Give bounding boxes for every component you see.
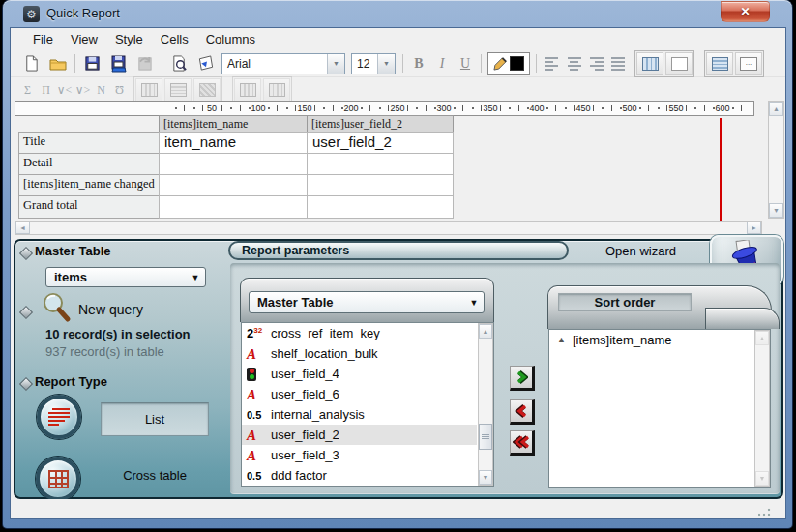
list-type-selected-box[interactable]: List [101,402,209,436]
screenshot-root: ⚙ Quick Report ✕ FileViewStyleCellsColum… [0,0,796,532]
grid-cell[interactable]: item_name [160,133,308,154]
sort-field-name: [items]item_name [573,333,672,347]
remove-column-button[interactable] [510,399,535,425]
field-type-alpha-icon: A [247,450,271,461]
remove-all-columns-button[interactable] [510,430,535,456]
quick-report-window: ⚙ Quick Report ✕ FileViewStyleCellsColum… [3,0,792,528]
grid-row-label[interactable]: Detail [19,154,160,175]
field-name: cross_ref_item_key [271,326,380,340]
field-name: ddd factor [271,468,327,483]
field-type-alpha-icon: A [247,389,271,400]
chevron-down-icon: ▼ [464,298,484,308]
title-bar[interactable]: ⚙ Quick Report ✕ [3,0,792,28]
selection-count: 10 record(s) in selection [45,327,191,341]
real-icon: 0.5 [247,409,261,421]
report-type-label: Report Type [35,374,107,389]
field-type-boolean-icon [247,368,271,381]
scroll-down-button[interactable]: ▼ [479,470,492,485]
scroll-left-button[interactable]: ◄ [15,222,30,234]
report-parameters-header: Report parameters [228,241,569,260]
cross-table-label[interactable]: Cross table [101,468,209,483]
alpha-icon: A [247,348,256,360]
add-column-button[interactable] [510,366,535,391]
sort-order-label-box: Sort order [558,293,692,311]
grid-cell[interactable] [160,175,308,196]
status-strip [11,499,785,518]
magnifier-icon[interactable] [41,291,72,324]
cross-table-icon [48,470,69,488]
field-row[interactable]: 0.5internal_analysis [242,404,477,425]
page-margin-line[interactable] [720,118,722,227]
sort-listbox: ▲[items]item_name ▲ ▼ [548,329,771,488]
list-report-button[interactable] [37,395,81,439]
red-left-chevron-icon [515,404,528,418]
table-count: 937 record(s) in table [45,344,164,359]
field-name: internal_analysis [271,407,365,422]
real-icon: 0.5 [247,470,261,482]
app-icon: ⚙ [23,6,40,22]
grid-cell[interactable] [308,175,453,196]
master-table-dropdown[interactable]: items ▼ [45,267,206,287]
resize-grip[interactable] [758,506,771,517]
master-table-value: items [46,270,186,284]
open-wizard-label[interactable]: Open wizard [605,244,707,258]
new-query-label[interactable]: New query [78,302,143,317]
field-row[interactable]: 0.5ddd factor [242,465,477,486]
close-icon: ✕ [740,5,750,18]
field-name: shelf_location_bulk [271,346,378,361]
fields-table-dropdown[interactable]: Master Table ▼ [249,291,485,313]
grid-cell[interactable] [160,196,308,218]
scroll-up-button[interactable]: ▲ [479,324,492,339]
boolean-traffic-light-icon [247,368,256,381]
fields-table-value: Master Table [250,295,464,310]
alpha-icon: A [247,429,256,441]
grid-cell[interactable] [308,154,453,175]
alpha-icon: A [247,389,256,400]
client-area: FileViewStyleCellsColumns [11,28,785,518]
field-name: user_field_2 [271,428,339,442]
vertical-scrollbar[interactable]: ▲ ▼ [768,101,784,219]
scroll-up-button[interactable]: ▲ [755,331,769,345]
grid-cell[interactable]: user_field_2 [308,133,453,154]
sort-scrollbar[interactable]: ▲ ▼ [754,330,770,487]
alpha-icon: A [247,450,256,461]
sort-item[interactable]: ▲[items]item_name [549,330,754,349]
field-row[interactable]: Auser_field_2 [242,425,477,445]
red-light [250,369,254,373]
field-row[interactable]: 232cross_ref_item_key [242,323,477,343]
close-button[interactable]: ✕ [721,1,770,22]
scrollbar-thumb[interactable] [479,424,492,450]
window-title: Quick Report [46,6,120,20]
field-row[interactable]: Auser_field_6 [242,384,477,404]
horizontal-scrollbar[interactable]: ◄ ► [15,221,762,235]
list-report-icon [48,406,70,428]
fields-scrollbar[interactable]: ▲ ▼ [478,323,493,486]
field-row[interactable]: user_field_4 [242,364,477,384]
grid-row-label[interactable]: Grand total [19,196,160,218]
grid-row-label[interactable]: [items]item_name changed [19,175,160,196]
scroll-right-button[interactable]: ► [747,222,761,234]
scroll-down-button[interactable]: ▼ [769,203,783,218]
field-type-alpha-icon: A [247,348,271,360]
field-row[interactable]: Ashelf_location_bulk [242,343,477,364]
field-type-real-icon: 0.5 [247,409,271,421]
longint-icon: 232 [247,326,262,340]
green-light [250,374,254,379]
grid-column-header[interactable]: [items]item_name [160,116,308,133]
scroll-down-button[interactable]: ▼ [755,471,769,486]
red-double-left-chevron-icon [513,435,530,449]
scroll-up-button[interactable]: ▲ [769,102,783,116]
grid-cell[interactable] [160,154,308,175]
field-type-longint-icon: 232 [247,326,271,340]
chevron-down-icon: ▼ [186,273,205,282]
field-row[interactable]: Auser_field_3 [242,445,477,465]
sort-ascending-icon: ▲ [557,335,566,344]
fields-listbox: 232cross_ref_item_keyAshelf_location_bul… [241,322,494,487]
grid-cell[interactable] [308,196,453,218]
grid-column-header[interactable]: [items]user_field_2 [308,116,453,133]
grid-row-label[interactable]: Title [19,133,160,154]
field-name: user_field_3 [271,448,339,462]
cross-table-report-button[interactable] [36,457,80,501]
green-right-chevron-icon [515,370,528,384]
field-type-alpha-icon: A [247,429,271,441]
